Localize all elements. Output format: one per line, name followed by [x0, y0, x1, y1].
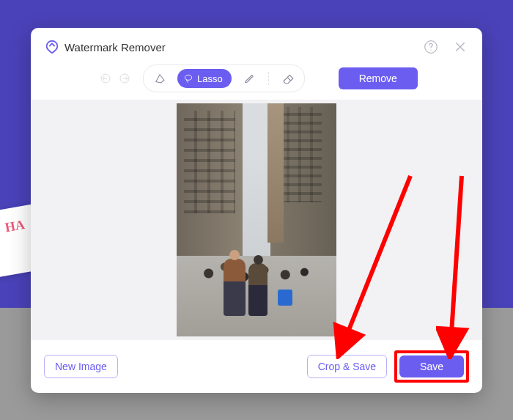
image-canvas[interactable]: [31, 100, 482, 340]
tool-group: Lasso: [143, 65, 305, 92]
lasso-tool[interactable]: Lasso: [177, 69, 232, 88]
lasso-label: Lasso: [197, 73, 223, 84]
undo-button[interactable]: [99, 72, 112, 85]
new-image-button[interactable]: New Image: [44, 355, 118, 378]
modal-footer: New Image Crop & Save Save: [31, 340, 482, 393]
eraser-tool[interactable]: [278, 68, 298, 89]
save-button[interactable]: Save: [399, 355, 464, 377]
help-button[interactable]: [422, 38, 440, 56]
polygon-tool[interactable]: [150, 68, 170, 89]
toolbar: Lasso Remove: [31, 62, 482, 100]
app-logo-icon: [44, 39, 60, 55]
modal-header: Watermark Remover: [31, 28, 482, 62]
watermark-remover-modal: Watermark Remover Lasso: [31, 28, 482, 393]
svg-point-3: [185, 75, 191, 80]
close-button[interactable]: [451, 38, 469, 56]
redo-button[interactable]: [118, 72, 131, 85]
toolbar-divider: [268, 72, 269, 85]
history-controls: [99, 72, 131, 85]
lasso-icon: [183, 73, 193, 84]
save-highlight-box: Save: [394, 350, 469, 383]
loaded-image: [177, 103, 336, 336]
brush-tool[interactable]: [239, 68, 259, 89]
app-title: Watermark Remover: [64, 41, 418, 54]
crop-save-button[interactable]: Crop & Save: [307, 355, 387, 378]
remove-button[interactable]: Remove: [339, 67, 418, 89]
